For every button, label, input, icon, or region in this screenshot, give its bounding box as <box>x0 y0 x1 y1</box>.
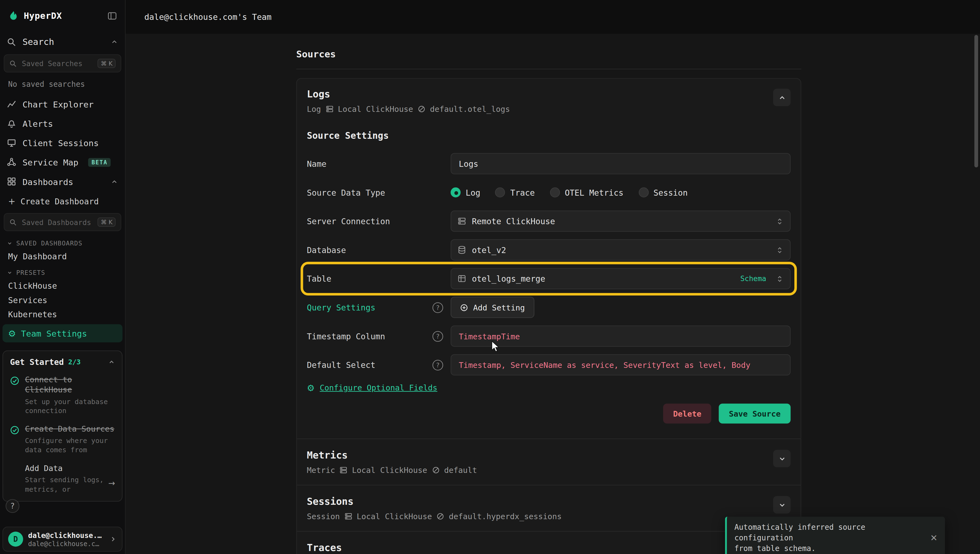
radio-trace[interactable]: Trace <box>495 188 535 197</box>
chevron-down-icon <box>778 501 786 509</box>
database-icon <box>457 245 466 254</box>
shortcut-badge: ⌘ K <box>98 217 116 227</box>
nav-label: Alerts <box>22 118 53 129</box>
radio-session[interactable]: Session <box>638 188 688 197</box>
schema-link[interactable]: Schema <box>740 274 766 283</box>
hyperdx-logo-icon <box>8 10 19 21</box>
sessions-source-row: Sessions Session Local ClickHouse <box>307 486 790 531</box>
database-select[interactable]: otel_v2 <box>451 239 790 260</box>
name-label: Name <box>307 159 327 168</box>
table-icon <box>457 274 466 283</box>
dashboards-grid-icon <box>7 177 16 186</box>
get-started-progress: 2/3 <box>68 358 81 366</box>
source-type: Log <box>307 104 321 113</box>
sidebar-item-search[interactable]: Search <box>0 31 125 53</box>
nav-label: Dashboards <box>22 177 73 187</box>
user-email: dale@clickhouse.c… <box>28 540 102 548</box>
source-server: Local ClickHouse <box>338 104 413 113</box>
source-settings-title: Source Settings <box>307 131 790 141</box>
get-started-step-sources[interactable]: Create Data Sources Configure where your… <box>10 424 115 455</box>
saved-searches-search[interactable]: ⌘ K <box>4 54 121 73</box>
saved-dashboards-search[interactable]: ⌘ K <box>4 213 121 231</box>
collapse-logs-button[interactable] <box>773 89 790 106</box>
database-row: Database otel_v2 <box>307 239 790 260</box>
server-connection-value: Remote ClickHouse <box>472 217 555 226</box>
sidebar-item-chart-explorer[interactable]: Chart Explorer <box>0 94 125 114</box>
radio-dot <box>638 188 649 197</box>
sidebar-item-client-sessions[interactable]: Client Sessions <box>0 133 125 152</box>
expand-sessions-button[interactable] <box>773 496 790 513</box>
add-setting-button[interactable]: Add Setting <box>451 297 534 318</box>
timestamp-column-input[interactable] <box>451 325 790 347</box>
table-select[interactable]: otel_logs_merge Schema <box>451 268 790 289</box>
saved-searches-input[interactable] <box>21 59 94 68</box>
close-icon[interactable]: ✕ <box>930 533 937 543</box>
create-dashboard-button[interactable]: + Create Dashboard <box>0 191 125 211</box>
get-started-title: Get Started <box>10 357 64 366</box>
gear-icon: ⚙ <box>8 329 16 337</box>
sidebar-item-service-map[interactable]: Service Map BETA <box>0 152 125 172</box>
arrow-right-icon: → <box>108 479 115 488</box>
table-label: Table <box>307 274 331 283</box>
app-title: HyperDX <box>24 11 62 21</box>
query-settings-label: Query Settings <box>307 302 375 312</box>
save-source-button[interactable]: Save Source <box>719 404 791 423</box>
help-icon[interactable]: ? <box>433 302 443 313</box>
chevron-up-icon <box>778 93 786 102</box>
sidebar-item-alerts[interactable]: Alerts <box>0 114 125 133</box>
content-area: Sources Logs Log Local ClickHou <box>126 34 980 554</box>
service-map-icon <box>7 158 16 167</box>
sidebar-item-kubernetes[interactable]: Kubernetes <box>0 307 125 322</box>
server-connection-select[interactable]: Remote ClickHouse <box>451 211 790 232</box>
sidebar-item-services[interactable]: Services <box>0 293 125 307</box>
configure-optional-fields-row: ⚙ Configure Optional Fields <box>307 383 790 392</box>
plus-icon: + <box>8 196 16 206</box>
help-button[interactable]: ? <box>6 499 20 513</box>
app-window: HyperDX Search ⌘ K <box>0 0 980 554</box>
default-select-label: Default Select <box>307 360 375 369</box>
radio-otel-metrics[interactable]: OTEL Metrics <box>550 188 624 197</box>
presets-group[interactable]: PRESETS <box>0 264 125 279</box>
name-input[interactable] <box>451 153 790 174</box>
source-data-type-label: Source Data Type <box>307 188 385 197</box>
source-table: default.otel_logs <box>430 104 510 113</box>
scrollbar[interactable] <box>974 35 978 168</box>
nav-label: Service Map <box>22 157 78 167</box>
table-ref-icon <box>437 513 445 521</box>
sidebar-item-clickhouse[interactable]: ClickHouse <box>0 279 125 293</box>
main-area: dale@clickhouse.com's Team Sources Logs … <box>126 0 980 554</box>
actions-row: Delete Save Source <box>307 404 790 423</box>
chevron-up-icon[interactable] <box>110 38 118 46</box>
radio-dot <box>550 188 560 197</box>
logs-source-header: Logs Log Local ClickHouse defau <box>307 89 790 114</box>
sidebar-item-team-settings[interactable]: ⚙ Team Settings <box>2 324 123 342</box>
radio-log[interactable]: Log <box>451 188 480 197</box>
server-icon <box>457 217 466 226</box>
top-bar: dale@clickhouse.com's Team <box>126 0 980 34</box>
default-select-input[interactable] <box>451 354 790 376</box>
expand-metrics-button[interactable] <box>773 450 790 467</box>
metrics-source-row: Metrics Metric Local ClickHouse <box>307 439 790 485</box>
gear-icon: ⚙ <box>307 384 315 392</box>
help-icon[interactable]: ? <box>433 331 443 341</box>
chevron-up-icon[interactable] <box>108 359 115 365</box>
search-nav-label: Search <box>22 37 54 47</box>
saved-dashboards-group[interactable]: SAVED DASHBOARDS <box>0 234 125 249</box>
configure-optional-fields-link[interactable]: Configure Optional Fields <box>320 383 437 392</box>
sidebar-item-dashboards[interactable]: Dashboards <box>0 172 125 191</box>
get-started-step-add-data[interactable]: Add Data Start sending logs, metrics, or… <box>10 464 115 495</box>
saved-dashboards-input[interactable] <box>21 217 94 227</box>
chevron-down-icon <box>778 454 786 463</box>
select-caret-icon <box>776 246 784 254</box>
help-icon[interactable]: ? <box>433 360 443 370</box>
server-icon <box>325 105 333 113</box>
delete-button[interactable]: Delete <box>663 404 711 423</box>
get-started-step-connect[interactable]: Connect to ClickHouse Set up your databa… <box>10 375 115 416</box>
user-menu[interactable]: D dale@clickhouse.… dale@clickhouse.c… <box>2 527 123 552</box>
chevron-up-icon[interactable] <box>110 178 118 185</box>
toast-line-2: from table schema. <box>735 543 924 554</box>
radio-dot <box>451 188 461 197</box>
collapse-sidebar-button[interactable] <box>108 11 117 20</box>
sessions-title: Sessions <box>307 496 562 507</box>
sidebar-item-my-dashboard[interactable]: My Dashboard <box>0 249 125 264</box>
